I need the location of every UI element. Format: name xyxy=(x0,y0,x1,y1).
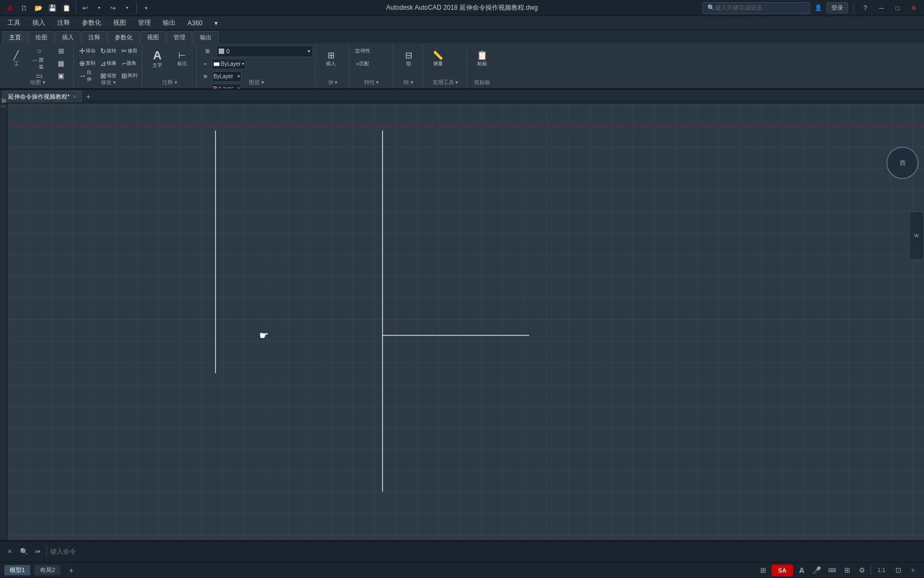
menu-tool[interactable]: 工具 xyxy=(2,17,26,29)
grid-icon[interactable]: ⊞ xyxy=(840,564,853,577)
status-tab-model[interactable]: 模型1 xyxy=(4,565,30,575)
fit-icon[interactable]: ⊡ xyxy=(892,564,905,577)
command-menu-icon[interactable]: ≡▾ xyxy=(32,546,43,557)
document-tab[interactable]: 延伸命令操作视频教程* × xyxy=(2,91,82,102)
redo-dropdown-icon[interactable]: ▾ xyxy=(121,2,133,14)
command-search-icon[interactable]: 🔍 xyxy=(18,546,29,557)
close-button[interactable]: ✕ xyxy=(908,2,920,14)
bylayer-3-arrow: ▾ xyxy=(238,86,240,88)
status-logo: SA xyxy=(772,565,793,576)
layer-props-button[interactable]: ⊞ xyxy=(200,44,215,59)
panel-icon-1[interactable]: W xyxy=(914,233,919,238)
menu-a360[interactable]: A360 xyxy=(182,18,208,29)
circle-button[interactable]: ○ xyxy=(29,45,50,57)
status-tab-layout[interactable]: 布局2 xyxy=(34,565,60,575)
ribbon-tab-manage[interactable]: 视图 xyxy=(140,31,166,43)
hatch-button[interactable]: ⊞ xyxy=(51,45,71,57)
ribbon-tab-output[interactable]: 管理 xyxy=(166,31,192,43)
search-bar[interactable]: 🔍 键入关键字或短语 xyxy=(703,2,810,14)
undo-icon[interactable]: ↩ xyxy=(79,2,91,14)
menu-param[interactable]: 参数化 xyxy=(77,17,107,29)
insert-icon: ⊞ xyxy=(328,51,335,60)
properties-button[interactable]: ☰ 待性 xyxy=(352,45,373,57)
canvas-area[interactable]: ☛ 西 W xyxy=(8,104,924,540)
status-a-icon[interactable]: A xyxy=(795,564,808,577)
keyboard-icon[interactable]: ⌨ xyxy=(825,564,838,577)
dim-icon: ⊢ xyxy=(178,51,186,60)
measure-icon: 📏 xyxy=(433,51,443,60)
snap-icon[interactable]: ⊞ xyxy=(756,564,769,577)
minimize-button[interactable]: ─ xyxy=(876,2,887,14)
ribbon-tab-view[interactable]: 参数化 xyxy=(108,31,140,43)
menu-view[interactable]: 视图 xyxy=(108,17,131,29)
group-button[interactable]: ⊟ 组 xyxy=(397,45,420,73)
matchprop-button[interactable]: ≈ 匹配 xyxy=(352,58,373,70)
open-file-icon[interactable]: 📂 xyxy=(32,2,44,14)
add-layout-button[interactable]: + xyxy=(65,564,78,577)
move-button[interactable]: ✛ 移动 xyxy=(77,45,98,57)
arc-button[interactable]: ⌒ 圆弧 xyxy=(29,58,50,70)
ribbon-group-clipboard: 📋 粘贴 剪贴板 xyxy=(468,44,496,87)
ribbon-tab-annotate[interactable]: 插入 xyxy=(55,31,81,43)
trim-button[interactable]: ✂ 修剪 xyxy=(119,45,140,57)
text-label: 文字 xyxy=(152,62,162,69)
bylayer-1-dropdown[interactable]: ByLayer ▾ xyxy=(212,59,246,70)
clipboard-group-label: 剪贴板 xyxy=(468,79,496,86)
viewport-widget[interactable]: 西 xyxy=(886,147,919,179)
redo-icon[interactable]: ↪ xyxy=(107,2,119,14)
menu-output[interactable]: 输出 xyxy=(157,17,181,29)
paste-button[interactable]: 📋 粘贴 xyxy=(470,45,494,73)
save-as-icon[interactable]: 📋 xyxy=(60,2,72,14)
gradient-icon: ▦ xyxy=(58,60,64,67)
menu-annotation[interactable]: 注释 xyxy=(52,17,75,29)
match-prop-button[interactable]: ≈ xyxy=(200,59,211,70)
text-button[interactable]: A 文字 xyxy=(145,45,169,73)
settings-icon[interactable]: ⚙ xyxy=(856,564,869,577)
new-tab-button[interactable]: + xyxy=(83,91,94,102)
menu-manage[interactable]: 管理 xyxy=(133,17,156,29)
copy-button[interactable]: ⊕ 复制 xyxy=(77,58,98,70)
save-file-icon[interactable]: 💾 xyxy=(46,2,58,14)
hatch-icon: ⊞ xyxy=(58,47,64,54)
command-bar: × 🔍 ≡▾ xyxy=(0,540,924,562)
ribbon-tab-param[interactable]: 注释 xyxy=(81,31,107,43)
autocad-logo[interactable]: A xyxy=(4,2,16,14)
more-icon[interactable]: ≡ xyxy=(907,564,920,577)
group-icon: ⊟ xyxy=(405,51,412,60)
viewport-label: 西 xyxy=(900,159,906,167)
layer-name: 0 xyxy=(226,48,230,54)
ribbon: 主页 绘图 插入 注释 参数化 视图 管理 输出 ╱ 工 ○ xyxy=(0,30,924,90)
mic-icon[interactable]: 🎤 xyxy=(810,564,823,577)
menu-insert[interactable]: 插入 xyxy=(27,17,51,29)
menu-more[interactable]: ▾ xyxy=(209,18,223,29)
circle-icon: ○ xyxy=(37,47,41,54)
ribbon-tab-a360[interactable]: 输出 xyxy=(193,31,219,43)
arc-icon: ⌒ xyxy=(31,60,38,67)
ribbon-tab-insert[interactable]: 绘图 xyxy=(29,31,54,43)
mirror-button[interactable]: ⊿ 镜像 xyxy=(98,58,119,70)
gradient-button[interactable]: ▦ xyxy=(51,58,71,70)
line-button[interactable]: ╱ 工 xyxy=(4,45,28,73)
workspace-dropdown[interactable]: ▾ xyxy=(140,2,152,14)
fillet-button[interactable]: ⌐ 圆角 xyxy=(119,58,140,70)
login-button[interactable]: 登录 xyxy=(826,2,848,13)
measure-button[interactable]: 📏 测量 xyxy=(426,45,450,73)
search-icon: 🔍 xyxy=(707,4,715,11)
command-close-icon[interactable]: × xyxy=(4,546,15,557)
bylayer-1-arrow: ▾ xyxy=(242,61,244,66)
ribbon-tab-home[interactable]: 主页 xyxy=(2,31,28,43)
restore-button[interactable]: □ xyxy=(892,2,904,14)
ribbon-group-properties: ☰ 待性 ≈ 匹配 特性 ▾ xyxy=(350,44,393,87)
menu-bar: 工具 插入 注释 参数化 视图 管理 输出 A360 ▾ xyxy=(0,16,924,30)
bylayer-2-arrow: ▾ xyxy=(238,74,240,79)
insert-button[interactable]: ⊞ 插入 xyxy=(319,45,343,73)
dim-button[interactable]: ⊢ 标注 xyxy=(170,45,194,73)
rotate-button[interactable]: ↻ 旋转 xyxy=(98,45,119,57)
undo-dropdown-icon[interactable]: ▾ xyxy=(93,2,105,14)
command-input[interactable] xyxy=(50,548,920,555)
new-file-icon[interactable]: 🗋 xyxy=(18,2,30,14)
ribbon-tabs: 主页 绘图 插入 注释 参数化 视图 管理 输出 xyxy=(0,30,924,43)
help-icon[interactable]: ? xyxy=(859,2,871,14)
layer-dropdown[interactable]: 0 ▾ xyxy=(216,45,313,57)
tab-close-button[interactable]: × xyxy=(73,94,76,100)
